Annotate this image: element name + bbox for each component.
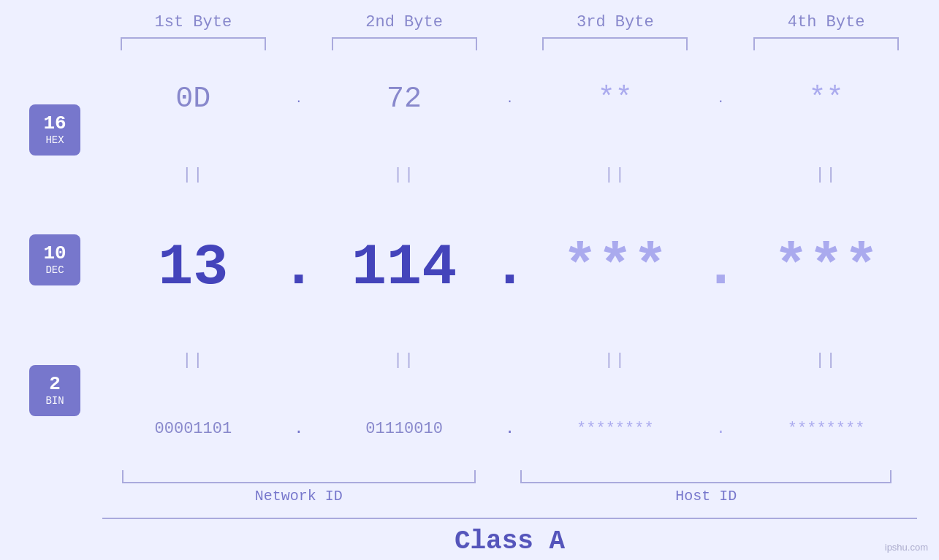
dec-val-3: *** [563,234,668,301]
equals-row-1: || || || || [102,166,917,184]
bracket-bottom-network [122,470,476,483]
dec-row: 13 . 114 . *** . *** [102,234,917,301]
bracket-top-2 [332,37,477,50]
equals-row-2: || || || || [102,351,917,369]
network-id-label: Network ID [255,488,343,505]
byte-col-3: 3rd Byte [525,13,707,50]
bracket-top-1 [121,37,266,50]
byte-col-2: 2nd Byte [313,13,495,50]
class-label: Class A [455,526,565,556]
bracket-top-3 [542,37,688,50]
eq2-cell-3: || [525,351,707,369]
hex-badge: 16 HEX [29,104,80,156]
dec-val-4: *** [774,234,879,301]
eq1-cell-4: || [735,166,917,184]
network-id-section: Network ID [102,470,495,505]
hex-val-3: ** [598,83,633,115]
bin-cell-2: 01110010 [313,420,495,438]
hex-cell-4: ** [735,83,917,115]
hex-dot-1: . [284,93,313,106]
eq1-cell-3: || [525,166,707,184]
dec-val-2: 114 [351,234,457,301]
dec-cell-1: 13 [102,234,284,301]
network-host-row: Network ID Host ID [102,470,917,505]
hex-val-4: ** [809,83,844,115]
bin-row: 00001101 . 01110010 . ******** . [102,420,917,438]
label-col: 16 HEX 10 DEC 2 BIN [22,50,102,470]
main-container: 1st Byte 2nd Byte 3rd Byte 4th Byte 16 H… [0,0,939,560]
byte-col-4: 4th Byte [735,13,917,50]
bin-cell-1: 00001101 [102,420,284,438]
dec-dot-2: . [495,234,525,301]
class-row: Class A [102,518,917,560]
hex-label: HEX [45,134,64,146]
header-row: 1st Byte 2nd Byte 3rd Byte 4th Byte [102,0,917,50]
host-id-section: Host ID [495,470,918,505]
dec-dot-1: . [284,234,313,301]
byte-header-1: 1st Byte [155,13,232,31]
hex-cell-1: 0D [102,83,284,115]
dec-cell-3: *** [525,234,707,301]
dec-dot-3: . [706,234,735,301]
bin-badge: 2 BIN [29,365,80,416]
dec-cell-2: 114 [313,234,495,301]
hex-val-2: 72 [387,83,422,115]
byte-header-3: 3rd Byte [577,13,654,31]
hex-num: 16 [43,114,66,133]
byte-header-2: 2nd Byte [365,13,443,31]
bracket-bottom-host [520,470,892,483]
eq2-cell-2: || [313,351,495,369]
bin-num: 2 [49,375,61,394]
bin-label: BIN [45,395,64,407]
eq2-cell-4: || [735,351,917,369]
bracket-top-4 [753,37,899,50]
hex-row: 0D . 72 . ** . ** [102,83,917,115]
hex-val-1: 0D [175,83,210,115]
bin-val-1: 00001101 [155,420,232,438]
eq1-cell-2: || [313,166,495,184]
hex-cell-3: ** [525,83,707,115]
bin-val-2: 01110010 [365,420,443,438]
byte-col-1: 1st Byte [102,13,284,50]
bin-cell-4: ******** [735,420,917,438]
hex-dot-2: . [495,93,525,106]
content-area: 16 HEX 10 DEC 2 BIN 0D . [22,50,917,470]
bin-cell-3: ******** [525,420,707,438]
eq1-cell-1: || [102,166,284,184]
bottom-section: Network ID Host ID [102,470,917,512]
byte-header-4: 4th Byte [788,13,865,31]
bin-dot-1: . [284,420,313,438]
eq2-cell-1: || [102,351,284,369]
dec-badge: 10 DEC [29,234,80,285]
hex-cell-2: 72 [313,83,495,115]
data-grid: 0D . 72 . ** . ** [102,50,917,470]
dec-cell-4: *** [735,234,917,301]
host-id-label: Host ID [675,488,737,505]
watermark: ipshu.com [885,542,928,553]
hex-dot-3: . [706,93,735,106]
dec-label: DEC [45,264,64,276]
bin-dot-2: . [495,420,525,438]
bin-dot-3: . [706,420,735,438]
bin-val-3: ******** [577,420,654,438]
bin-val-4: ******** [788,420,865,438]
dec-num: 10 [43,244,66,263]
dec-val-1: 13 [158,234,228,301]
